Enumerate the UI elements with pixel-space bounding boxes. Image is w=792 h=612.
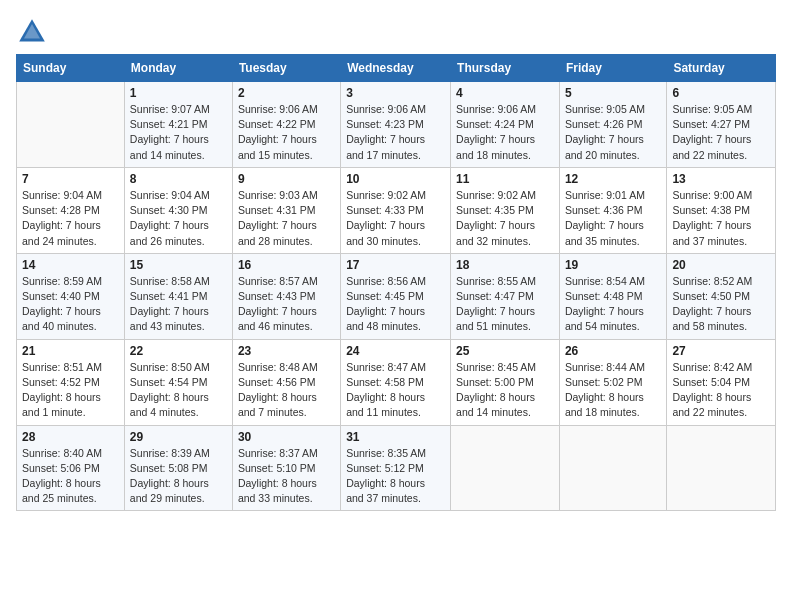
day-number: 3 (346, 86, 445, 100)
day-header-wednesday: Wednesday (341, 55, 451, 82)
day-number: 27 (672, 344, 770, 358)
day-number: 18 (456, 258, 554, 272)
day-detail: Sunrise: 8:50 AMSunset: 4:54 PMDaylight:… (130, 361, 210, 419)
day-detail: Sunrise: 9:02 AMSunset: 4:35 PMDaylight:… (456, 189, 536, 247)
week-row-3: 14Sunrise: 8:59 AMSunset: 4:40 PMDayligh… (17, 253, 776, 339)
day-cell (451, 425, 560, 511)
day-number: 6 (672, 86, 770, 100)
day-header-friday: Friday (559, 55, 666, 82)
day-detail: Sunrise: 9:03 AMSunset: 4:31 PMDaylight:… (238, 189, 318, 247)
day-detail: Sunrise: 9:00 AMSunset: 4:38 PMDaylight:… (672, 189, 752, 247)
day-number: 7 (22, 172, 119, 186)
day-detail: Sunrise: 8:44 AMSunset: 5:02 PMDaylight:… (565, 361, 645, 419)
day-cell: 15Sunrise: 8:58 AMSunset: 4:41 PMDayligh… (124, 253, 232, 339)
day-cell: 5Sunrise: 9:05 AMSunset: 4:26 PMDaylight… (559, 82, 666, 168)
day-cell: 18Sunrise: 8:55 AMSunset: 4:47 PMDayligh… (451, 253, 560, 339)
day-cell (667, 425, 776, 511)
day-cell: 26Sunrise: 8:44 AMSunset: 5:02 PMDayligh… (559, 339, 666, 425)
day-number: 22 (130, 344, 227, 358)
day-detail: Sunrise: 8:48 AMSunset: 4:56 PMDaylight:… (238, 361, 318, 419)
day-detail: Sunrise: 8:40 AMSunset: 5:06 PMDaylight:… (22, 447, 102, 505)
day-cell: 14Sunrise: 8:59 AMSunset: 4:40 PMDayligh… (17, 253, 125, 339)
day-cell: 7Sunrise: 9:04 AMSunset: 4:28 PMDaylight… (17, 167, 125, 253)
day-cell: 8Sunrise: 9:04 AMSunset: 4:30 PMDaylight… (124, 167, 232, 253)
day-cell: 16Sunrise: 8:57 AMSunset: 4:43 PMDayligh… (232, 253, 340, 339)
calendar-body: 1Sunrise: 9:07 AMSunset: 4:21 PMDaylight… (17, 82, 776, 511)
day-number: 14 (22, 258, 119, 272)
day-cell: 19Sunrise: 8:54 AMSunset: 4:48 PMDayligh… (559, 253, 666, 339)
day-number: 5 (565, 86, 661, 100)
day-cell (559, 425, 666, 511)
day-detail: Sunrise: 9:06 AMSunset: 4:22 PMDaylight:… (238, 103, 318, 161)
day-number: 15 (130, 258, 227, 272)
day-number: 25 (456, 344, 554, 358)
day-cell: 9Sunrise: 9:03 AMSunset: 4:31 PMDaylight… (232, 167, 340, 253)
day-detail: Sunrise: 8:51 AMSunset: 4:52 PMDaylight:… (22, 361, 102, 419)
day-number: 30 (238, 430, 335, 444)
day-number: 10 (346, 172, 445, 186)
day-number: 4 (456, 86, 554, 100)
day-cell: 27Sunrise: 8:42 AMSunset: 5:04 PMDayligh… (667, 339, 776, 425)
day-detail: Sunrise: 9:06 AMSunset: 4:23 PMDaylight:… (346, 103, 426, 161)
day-number: 8 (130, 172, 227, 186)
day-cell: 10Sunrise: 9:02 AMSunset: 4:33 PMDayligh… (341, 167, 451, 253)
day-detail: Sunrise: 9:04 AMSunset: 4:28 PMDaylight:… (22, 189, 102, 247)
week-row-2: 7Sunrise: 9:04 AMSunset: 4:28 PMDaylight… (17, 167, 776, 253)
day-detail: Sunrise: 8:56 AMSunset: 4:45 PMDaylight:… (346, 275, 426, 333)
week-row-1: 1Sunrise: 9:07 AMSunset: 4:21 PMDaylight… (17, 82, 776, 168)
day-detail: Sunrise: 8:39 AMSunset: 5:08 PMDaylight:… (130, 447, 210, 505)
day-cell: 6Sunrise: 9:05 AMSunset: 4:27 PMDaylight… (667, 82, 776, 168)
day-detail: Sunrise: 9:04 AMSunset: 4:30 PMDaylight:… (130, 189, 210, 247)
day-number: 28 (22, 430, 119, 444)
day-detail: Sunrise: 8:42 AMSunset: 5:04 PMDaylight:… (672, 361, 752, 419)
logo-icon (16, 16, 48, 48)
page: SundayMondayTuesdayWednesdayThursdayFrid… (0, 0, 792, 612)
day-detail: Sunrise: 8:47 AMSunset: 4:58 PMDaylight:… (346, 361, 426, 419)
day-cell: 25Sunrise: 8:45 AMSunset: 5:00 PMDayligh… (451, 339, 560, 425)
day-detail: Sunrise: 8:52 AMSunset: 4:50 PMDaylight:… (672, 275, 752, 333)
week-row-5: 28Sunrise: 8:40 AMSunset: 5:06 PMDayligh… (17, 425, 776, 511)
day-number: 29 (130, 430, 227, 444)
logo (16, 16, 52, 48)
header-row (16, 16, 776, 48)
day-number: 9 (238, 172, 335, 186)
day-detail: Sunrise: 8:54 AMSunset: 4:48 PMDaylight:… (565, 275, 645, 333)
day-detail: Sunrise: 9:05 AMSunset: 4:27 PMDaylight:… (672, 103, 752, 161)
day-cell: 1Sunrise: 9:07 AMSunset: 4:21 PMDaylight… (124, 82, 232, 168)
day-number: 26 (565, 344, 661, 358)
day-cell: 29Sunrise: 8:39 AMSunset: 5:08 PMDayligh… (124, 425, 232, 511)
day-cell: 13Sunrise: 9:00 AMSunset: 4:38 PMDayligh… (667, 167, 776, 253)
day-number: 31 (346, 430, 445, 444)
day-number: 20 (672, 258, 770, 272)
day-cell: 4Sunrise: 9:06 AMSunset: 4:24 PMDaylight… (451, 82, 560, 168)
day-header-tuesday: Tuesday (232, 55, 340, 82)
day-cell: 21Sunrise: 8:51 AMSunset: 4:52 PMDayligh… (17, 339, 125, 425)
day-number: 12 (565, 172, 661, 186)
day-detail: Sunrise: 9:07 AMSunset: 4:21 PMDaylight:… (130, 103, 210, 161)
day-detail: Sunrise: 8:37 AMSunset: 5:10 PMDaylight:… (238, 447, 318, 505)
day-detail: Sunrise: 8:57 AMSunset: 4:43 PMDaylight:… (238, 275, 318, 333)
day-header-monday: Monday (124, 55, 232, 82)
calendar-table: SundayMondayTuesdayWednesdayThursdayFrid… (16, 54, 776, 511)
day-detail: Sunrise: 9:02 AMSunset: 4:33 PMDaylight:… (346, 189, 426, 247)
day-cell (17, 82, 125, 168)
day-detail: Sunrise: 9:05 AMSunset: 4:26 PMDaylight:… (565, 103, 645, 161)
day-number: 11 (456, 172, 554, 186)
day-header-saturday: Saturday (667, 55, 776, 82)
day-cell: 11Sunrise: 9:02 AMSunset: 4:35 PMDayligh… (451, 167, 560, 253)
day-detail: Sunrise: 9:01 AMSunset: 4:36 PMDaylight:… (565, 189, 645, 247)
day-number: 2 (238, 86, 335, 100)
days-header-row: SundayMondayTuesdayWednesdayThursdayFrid… (17, 55, 776, 82)
day-number: 17 (346, 258, 445, 272)
day-number: 16 (238, 258, 335, 272)
day-cell: 22Sunrise: 8:50 AMSunset: 4:54 PMDayligh… (124, 339, 232, 425)
day-number: 23 (238, 344, 335, 358)
day-number: 19 (565, 258, 661, 272)
day-detail: Sunrise: 8:58 AMSunset: 4:41 PMDaylight:… (130, 275, 210, 333)
day-detail: Sunrise: 8:45 AMSunset: 5:00 PMDaylight:… (456, 361, 536, 419)
day-cell: 30Sunrise: 8:37 AMSunset: 5:10 PMDayligh… (232, 425, 340, 511)
day-number: 13 (672, 172, 770, 186)
day-cell: 28Sunrise: 8:40 AMSunset: 5:06 PMDayligh… (17, 425, 125, 511)
day-header-sunday: Sunday (17, 55, 125, 82)
day-number: 24 (346, 344, 445, 358)
